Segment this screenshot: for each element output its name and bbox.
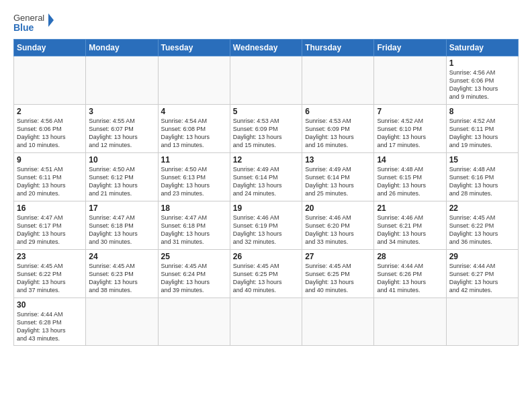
day-number: 17	[89, 203, 154, 213]
calendar-day-cell: 12Sunrise: 4:49 AM Sunset: 6:14 PM Dayli…	[230, 153, 302, 201]
calendar-day-cell: 11Sunrise: 4:50 AM Sunset: 6:13 PM Dayli…	[158, 153, 230, 201]
day-number: 29	[449, 252, 515, 261]
day-info: Sunrise: 4:44 AM Sunset: 6:28 PM Dayligh…	[17, 310, 83, 343]
logo: General Blue	[13, 11, 54, 35]
calendar-day-cell	[158, 298, 230, 346]
day-number: 11	[161, 155, 227, 165]
day-info: Sunrise: 4:46 AM Sunset: 6:19 PM Dayligh…	[233, 214, 299, 246]
calendar-day-cell: 17Sunrise: 4:47 AM Sunset: 6:18 PM Dayli…	[86, 201, 158, 250]
calendar-week-row: 2Sunrise: 4:56 AM Sunset: 6:06 PM Daylig…	[14, 105, 519, 153]
day-number: 2	[17, 107, 83, 116]
calendar-day-cell	[302, 56, 374, 105]
day-info: Sunrise: 4:47 AM Sunset: 6:18 PM Dayligh…	[161, 214, 227, 246]
calendar-day-cell: 30Sunrise: 4:44 AM Sunset: 6:28 PM Dayli…	[14, 298, 86, 346]
day-info: Sunrise: 4:47 AM Sunset: 6:18 PM Dayligh…	[89, 214, 154, 246]
calendar-day-cell: 2Sunrise: 4:56 AM Sunset: 6:06 PM Daylig…	[14, 105, 86, 153]
calendar-week-row: 16Sunrise: 4:47 AM Sunset: 6:17 PM Dayli…	[14, 201, 519, 250]
day-info: Sunrise: 4:46 AM Sunset: 6:20 PM Dayligh…	[305, 214, 371, 246]
svg-marker-2	[48, 13, 54, 27]
calendar-day-cell: 25Sunrise: 4:45 AM Sunset: 6:24 PM Dayli…	[158, 250, 230, 298]
calendar-day-cell: 13Sunrise: 4:49 AM Sunset: 6:14 PM Dayli…	[302, 153, 374, 201]
calendar-week-row: 23Sunrise: 4:45 AM Sunset: 6:22 PM Dayli…	[14, 250, 519, 298]
day-info: Sunrise: 4:56 AM Sunset: 6:06 PM Dayligh…	[17, 117, 83, 150]
day-info: Sunrise: 4:45 AM Sunset: 6:22 PM Dayligh…	[449, 214, 515, 246]
day-number: 14	[377, 155, 443, 165]
day-number: 18	[161, 203, 227, 213]
day-info: Sunrise: 4:44 AM Sunset: 6:26 PM Dayligh…	[377, 262, 443, 295]
calendar-day-cell: 27Sunrise: 4:45 AM Sunset: 6:25 PM Dayli…	[302, 250, 374, 298]
generalblue-logo-icon: General Blue	[13, 11, 54, 35]
day-info: Sunrise: 4:54 AM Sunset: 6:08 PM Dayligh…	[161, 117, 227, 150]
day-number: 26	[233, 252, 299, 261]
day-number: 8	[449, 107, 515, 116]
calendar-day-cell	[86, 298, 158, 346]
weekday-header-tuesday: Tuesday	[158, 40, 230, 56]
calendar-day-cell: 21Sunrise: 4:46 AM Sunset: 6:21 PM Dayli…	[374, 201, 446, 250]
calendar-day-cell	[86, 56, 158, 105]
day-info: Sunrise: 4:45 AM Sunset: 6:25 PM Dayligh…	[305, 262, 371, 295]
calendar-day-cell: 10Sunrise: 4:50 AM Sunset: 6:12 PM Dayli…	[86, 153, 158, 201]
day-number: 23	[17, 252, 83, 261]
calendar-day-cell: 9Sunrise: 4:51 AM Sunset: 6:11 PM Daylig…	[14, 153, 86, 201]
calendar-day-cell: 20Sunrise: 4:46 AM Sunset: 6:20 PM Dayli…	[302, 201, 374, 250]
calendar-day-cell: 28Sunrise: 4:44 AM Sunset: 6:26 PM Dayli…	[374, 250, 446, 298]
day-info: Sunrise: 4:50 AM Sunset: 6:12 PM Dayligh…	[89, 165, 154, 198]
day-number: 10	[89, 155, 154, 165]
day-info: Sunrise: 4:53 AM Sunset: 6:09 PM Dayligh…	[233, 117, 299, 150]
day-info: Sunrise: 4:50 AM Sunset: 6:13 PM Dayligh…	[161, 165, 227, 198]
weekday-header-friday: Friday	[374, 40, 446, 56]
day-info: Sunrise: 4:49 AM Sunset: 6:14 PM Dayligh…	[233, 165, 299, 198]
calendar-day-cell: 6Sunrise: 4:53 AM Sunset: 6:09 PM Daylig…	[302, 105, 374, 153]
day-number: 12	[233, 155, 299, 165]
calendar-day-cell: 16Sunrise: 4:47 AM Sunset: 6:17 PM Dayli…	[14, 201, 86, 250]
calendar-day-cell: 18Sunrise: 4:47 AM Sunset: 6:18 PM Dayli…	[158, 201, 230, 250]
day-number: 9	[17, 155, 83, 165]
calendar-day-cell: 24Sunrise: 4:45 AM Sunset: 6:23 PM Dayli…	[86, 250, 158, 298]
calendar-day-cell	[14, 56, 86, 105]
day-info: Sunrise: 4:56 AM Sunset: 6:06 PM Dayligh…	[449, 68, 515, 101]
calendar-day-cell	[158, 56, 230, 105]
calendar-week-row: 9Sunrise: 4:51 AM Sunset: 6:11 PM Daylig…	[14, 153, 519, 201]
day-info: Sunrise: 4:48 AM Sunset: 6:15 PM Dayligh…	[377, 165, 443, 198]
calendar-day-cell: 5Sunrise: 4:53 AM Sunset: 6:09 PM Daylig…	[230, 105, 302, 153]
day-number: 4	[161, 107, 227, 116]
day-number: 6	[305, 107, 371, 116]
calendar-table: SundayMondayTuesdayWednesdayThursdayFrid…	[13, 39, 519, 346]
day-number: 15	[449, 155, 515, 165]
day-info: Sunrise: 4:45 AM Sunset: 6:25 PM Dayligh…	[233, 262, 299, 295]
day-number: 27	[305, 252, 371, 261]
svg-text:Blue: Blue	[13, 22, 34, 33]
day-info: Sunrise: 4:52 AM Sunset: 6:11 PM Dayligh…	[449, 117, 515, 150]
day-info: Sunrise: 4:53 AM Sunset: 6:09 PM Dayligh…	[305, 117, 371, 150]
calendar-day-cell: 26Sunrise: 4:45 AM Sunset: 6:25 PM Dayli…	[230, 250, 302, 298]
weekday-header-sunday: Sunday	[14, 40, 86, 56]
day-info: Sunrise: 4:46 AM Sunset: 6:21 PM Dayligh…	[377, 214, 443, 246]
calendar-week-row: 30Sunrise: 4:44 AM Sunset: 6:28 PM Dayli…	[14, 298, 519, 346]
weekday-header-wednesday: Wednesday	[230, 40, 302, 56]
day-number: 28	[377, 252, 443, 261]
day-number: 22	[449, 203, 515, 213]
calendar-day-cell: 23Sunrise: 4:45 AM Sunset: 6:22 PM Dayli…	[14, 250, 86, 298]
day-info: Sunrise: 4:44 AM Sunset: 6:27 PM Dayligh…	[449, 262, 515, 295]
calendar-week-row: 1Sunrise: 4:56 AM Sunset: 6:06 PM Daylig…	[14, 56, 519, 105]
day-number: 1	[449, 58, 515, 68]
day-number: 25	[161, 252, 227, 261]
calendar-day-cell: 15Sunrise: 4:48 AM Sunset: 6:16 PM Dayli…	[446, 153, 518, 201]
day-number: 19	[233, 203, 299, 213]
calendar-day-cell: 3Sunrise: 4:55 AM Sunset: 6:07 PM Daylig…	[86, 105, 158, 153]
day-info: Sunrise: 4:47 AM Sunset: 6:17 PM Dayligh…	[17, 214, 83, 246]
day-number: 30	[17, 300, 83, 310]
day-info: Sunrise: 4:48 AM Sunset: 6:16 PM Dayligh…	[449, 165, 515, 198]
weekday-header-saturday: Saturday	[446, 40, 518, 56]
day-number: 20	[305, 203, 371, 213]
day-info: Sunrise: 4:55 AM Sunset: 6:07 PM Dayligh…	[89, 117, 154, 150]
calendar-day-cell: 14Sunrise: 4:48 AM Sunset: 6:15 PM Dayli…	[374, 153, 446, 201]
calendar-day-cell	[230, 56, 302, 105]
day-number: 16	[17, 203, 83, 213]
weekday-header-monday: Monday	[86, 40, 158, 56]
day-number: 7	[377, 107, 443, 116]
day-info: Sunrise: 4:45 AM Sunset: 6:23 PM Dayligh…	[89, 262, 154, 295]
day-info: Sunrise: 4:52 AM Sunset: 6:10 PM Dayligh…	[377, 117, 443, 150]
weekday-header-thursday: Thursday	[302, 40, 374, 56]
header: General Blue	[13, 11, 519, 35]
